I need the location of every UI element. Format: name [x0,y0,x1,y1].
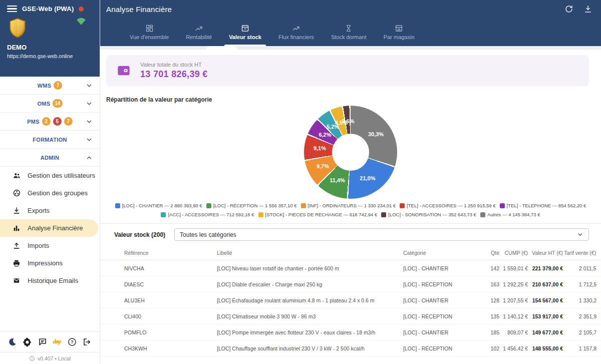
trend-icon [194,25,203,33]
table-header-row: RéférenceLibelléCatégorieQtéCUMP (€)Vale… [100,245,601,260]
tab-vue-d-ensemble[interactable]: Vue d'ensemble [121,18,177,46]
users-icon [12,171,21,180]
cell-reference: NIVCHA [124,265,217,271]
info-icon [29,355,35,361]
sidebar-item-analyse-financi-re[interactable]: Analyse Financière [0,219,98,237]
table-row[interactable]: POMFLO[LOC] Pompe immergée avec flotteur… [100,324,601,340]
legend-swatch [161,212,166,217]
cell-reference: DIAESC [124,281,217,287]
cell-valeur-ht: 149 677,00 € [528,329,563,335]
legend-swatch [206,203,211,208]
donut-hole [332,134,369,171]
tab-label: Par magasin [384,34,415,40]
cell-qte: 142 [476,265,499,271]
chat-icon[interactable] [37,336,48,347]
category-filter-select[interactable]: Toutes les catégories [174,228,589,241]
legend-item[interactable]: [TEL] - TELEPHONE — 854 562,20 € [500,203,586,208]
tab-rentabilit-[interactable]: Rentabilité [177,18,220,46]
cell-tarif-vente: 2 105,7 [563,329,601,335]
sidebar-section-pms[interactable]: PMS257 [0,113,100,131]
chevron-down-icon [86,118,93,125]
brand-name: GSE-Web (PWA) [22,5,74,13]
table-row[interactable]: ALU3EH[LOC] Échafaudage roulant aluminiu… [100,292,601,308]
sidebar-section-admin[interactable]: ADMIN [0,149,100,167]
sidebar-item-gestion-des-groupes[interactable]: Gestion des groupes [0,184,100,202]
legend-label: [ACC] - ACCESSOIRES — 712 592,18 € [168,212,254,217]
sidebar-section-oms[interactable]: OMS14 [0,95,100,113]
tab-label: Vue d'ensemble [130,34,169,40]
cell-tarif-vente: 2 011,5 [563,265,601,271]
shield-logo-icon [7,17,28,41]
sidebar-item-imports[interactable]: Imports [0,237,100,254]
cell-valeur-ht: 153 917,00 € [528,313,563,319]
tab-label: Stock dormant [331,34,367,40]
dashboard-icon [145,24,154,33]
legend-item[interactable]: [LOC] - CHANTIER — 2 880 393,90 € [115,203,202,208]
pie-slice-label: 11,4% [330,177,345,183]
legend-item[interactable]: [STOCK] - PIECES DE RECHANGE — 618 742,9… [258,212,378,217]
legend-item[interactable]: [INF] - ORDINATEURS — 1 330 234,01 € [301,203,396,208]
tab-valeur-stock[interactable]: Valeur stock [220,18,270,46]
pie-slice-label: 9,1% [314,145,326,151]
sidebar-header: GSE-Web (PWA) [0,0,100,77]
chevron-down-icon [86,82,93,89]
stock-total-value: 13 701 826,39 € [140,69,208,80]
sidebar-footer: ? v0.407 • Local [0,331,100,364]
legend-item[interactable]: [LOC] - SONORISATION — 352 643,73 € [381,212,476,217]
refresh-icon[interactable] [564,4,574,14]
environment-url: https://demo.gse-web.online [7,53,94,59]
cell-tarif-vente: 1 330,2 [563,297,601,303]
help-icon[interactable]: ? [67,336,78,347]
printer-icon [12,259,21,268]
legend-item[interactable]: [LOC] - RÉCEPTION — 1 556 357,10 € [206,203,297,208]
sidebar-item-exports[interactable]: Exports [0,202,100,219]
sidebar-section-wms[interactable]: WMS7 [0,77,100,95]
tab-par-magasin[interactable]: Par magasin [375,18,423,46]
sidebar-item-historique-emails[interactable]: Historique Emails [0,272,100,289]
legend-swatch [500,203,505,208]
table-section-label: Valeur stock (200) [114,231,165,238]
sidebar-item-impressions[interactable]: Impressions [0,254,100,272]
settings-gear-icon[interactable] [22,336,33,347]
logout-icon[interactable] [82,336,93,347]
category-donut-chart[interactable]: 30,3%21,0%11,4%9,7%9,1%6,2%5,2%4,5%2,6% [304,106,397,199]
download-icon[interactable] [583,4,593,14]
download-icon [12,206,21,215]
status-dot-icon [79,7,84,12]
column-header-6: Valeur HT (€) [528,250,563,256]
hamburger-menu-icon[interactable] [7,6,17,13]
sidebar-item-label: Gestion des groupes [28,189,88,197]
table-row[interactable]: CH3KWH[LOC] Chauffage soufflant industri… [100,340,601,356]
notification-badge: 7 [54,81,62,90]
notification-badge: 14 [53,99,62,108]
cell-valeur-ht: 221 379,00 € [528,265,563,271]
cell-qte: 135 [476,313,499,319]
cell-qte: 185 [476,329,499,335]
tab-stock-dormant[interactable]: Stock dormant [323,18,375,46]
table-row[interactable]: CLI400[LOC] Climatiseur mobile 3 900 W -… [100,308,601,324]
pie-slice-label: 30,3% [368,131,384,137]
cell-reference: POMFLO [124,329,217,335]
table-row[interactable]: DIAESC[LOC] Diable d'escalier - Charge m… [100,276,601,292]
legend-item[interactable]: [TEL] - ACCESSOIRES — 1 250 915,59 € [400,203,495,208]
sidebar-item-gestion-des-utilisateurs[interactable]: Gestion des utilisateurs [0,167,100,184]
cell-categorie: [LOC] - RÉCEPTION [403,345,476,351]
app-root: GSE-Web (PWA) [0,0,601,364]
cell-valeur-ht: 148 555,00 € [528,345,563,351]
legend-item[interactable]: [ACC] - ACCESSOIRES — 712 592,18 € [161,212,254,217]
chevron-down-icon [86,100,93,107]
cell-libelle: [LOC] Échafaudage roulant aluminium 4.8 … [217,297,403,303]
tab-indicator-strip [100,46,601,50]
legend-swatch [381,212,386,217]
tab-flux-financiers[interactable]: Flux financiers [270,18,323,46]
table-row[interactable]: NIVCHA[LOC] Niveau laser rotatif de chan… [100,260,601,276]
sidebar: GSE-Web (PWA) [0,0,100,364]
feedback-thumbs-icon[interactable] [52,336,63,347]
dark-mode-moon-icon[interactable] [7,336,18,347]
hourglass-icon [345,24,353,33]
legend-item[interactable]: Autres — 4 145 384,73 € [480,212,540,217]
notification-badge: 2 [42,117,51,126]
sidebar-section-formation[interactable]: FORMATION [0,131,100,149]
legend-swatch [258,212,263,217]
sidebar-menu: WMS7OMS14PMS257FORMATIONADMIN Gestion de… [0,77,100,331]
